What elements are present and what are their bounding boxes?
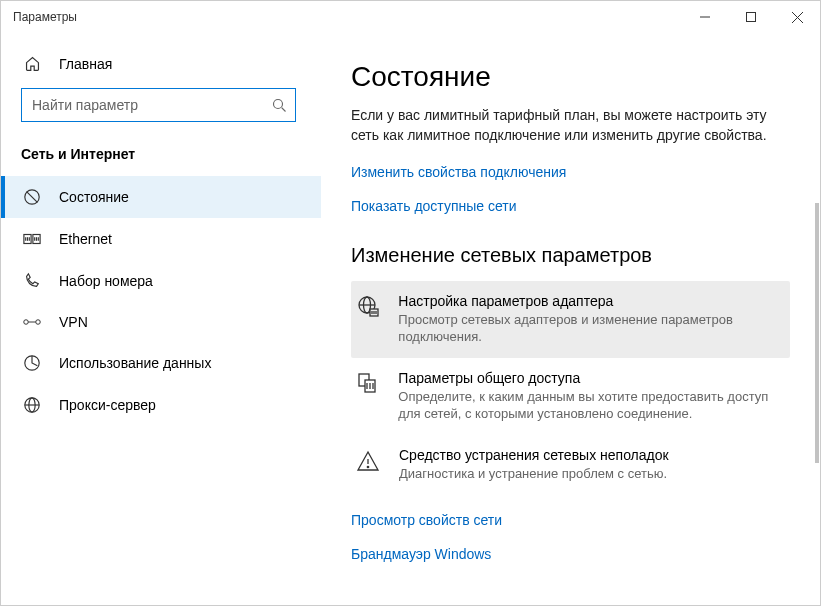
proxy-icon <box>23 396 41 414</box>
data-usage-icon <box>23 354 41 372</box>
titlebar: Параметры <box>1 1 820 33</box>
setting-title: Настройка параметров адаптера <box>398 293 780 309</box>
body: Главная Сеть и Интернет Состояние <box>1 33 820 605</box>
svg-line-5 <box>282 107 286 111</box>
minimize-button[interactable] <box>682 1 728 33</box>
setting-desc: Просмотр сетевых адаптеров и изменение п… <box>398 311 780 346</box>
nav-item-dialup[interactable]: Набор номера <box>1 260 321 302</box>
home-label: Главная <box>59 56 112 72</box>
setting-title: Параметры общего доступа <box>398 370 780 386</box>
section-title: Изменение сетевых параметров <box>351 244 790 267</box>
scrollbar[interactable] <box>815 203 819 463</box>
page-title: Состояние <box>351 61 790 93</box>
close-button[interactable] <box>774 1 820 33</box>
window-title: Параметры <box>1 10 682 24</box>
window-controls <box>682 1 820 33</box>
nav-item-vpn[interactable]: VPN <box>1 302 321 342</box>
nav-item-proxy[interactable]: Прокси-сервер <box>1 384 321 426</box>
nav-item-ethernet[interactable]: Ethernet <box>1 218 321 260</box>
search-icon <box>272 98 287 113</box>
setting-desc: Диагностика и устранение проблем с сетью… <box>399 465 669 483</box>
nav-item-label: Состояние <box>59 189 129 205</box>
search-wrap <box>1 82 321 136</box>
svg-point-4 <box>274 99 283 108</box>
sidebar: Главная Сеть и Интернет Состояние <box>1 33 321 605</box>
category-label: Сеть и Интернет <box>1 136 321 176</box>
svg-point-16 <box>36 320 41 325</box>
nav-item-label: Ethernet <box>59 231 112 247</box>
setting-sharing-options[interactable]: Параметры общего доступа Определите, к к… <box>351 358 790 435</box>
svg-rect-1 <box>747 13 756 22</box>
setting-troubleshoot[interactable]: Средство устранения сетевых неполадок Ди… <box>351 435 790 495</box>
svg-point-35 <box>367 466 368 467</box>
status-description: Если у вас лимитный тарифный план, вы мо… <box>351 105 790 146</box>
home-icon <box>23 55 41 72</box>
truncated-text: Вы подключены к Интернету <box>351 99 790 101</box>
vpn-icon <box>23 315 41 329</box>
link-show-available-networks[interactable]: Показать доступные сети <box>351 198 790 214</box>
nav-item-label: VPN <box>59 314 88 330</box>
nav-item-label: Прокси-сервер <box>59 397 156 413</box>
nav-item-data-usage[interactable]: Использование данных <box>1 342 321 384</box>
settings-window: Параметры Главная <box>0 0 821 606</box>
search-input[interactable] <box>32 97 272 113</box>
home-link[interactable]: Главная <box>1 45 321 82</box>
link-change-connection-properties[interactable]: Изменить свойства подключения <box>351 164 790 180</box>
nav: Состояние Ethernet Набор номера <box>1 176 321 426</box>
nav-item-label: Набор номера <box>59 273 153 289</box>
svg-point-15 <box>24 320 29 325</box>
warning-icon <box>353 447 383 473</box>
status-icon <box>23 188 41 206</box>
nav-item-status[interactable]: Состояние <box>1 176 321 218</box>
search-box[interactable] <box>21 88 296 122</box>
maximize-button[interactable] <box>728 1 774 33</box>
setting-title: Средство устранения сетевых неполадок <box>399 447 669 463</box>
setting-desc: Определите, к каким данным вы хотите пре… <box>398 388 780 423</box>
link-network-properties[interactable]: Просмотр свойств сети <box>351 512 790 528</box>
nav-item-label: Использование данных <box>59 355 211 371</box>
setting-adapter-options[interactable]: Настройка параметров адаптера Просмотр с… <box>351 281 790 358</box>
sharing-icon <box>353 370 382 396</box>
content: Состояние Вы подключены к Интернету Если… <box>321 33 820 605</box>
ethernet-icon <box>23 230 41 248</box>
dialup-icon <box>23 272 41 290</box>
globe-adapter-icon <box>353 293 382 319</box>
link-windows-firewall[interactable]: Брандмауэр Windows <box>351 546 790 562</box>
